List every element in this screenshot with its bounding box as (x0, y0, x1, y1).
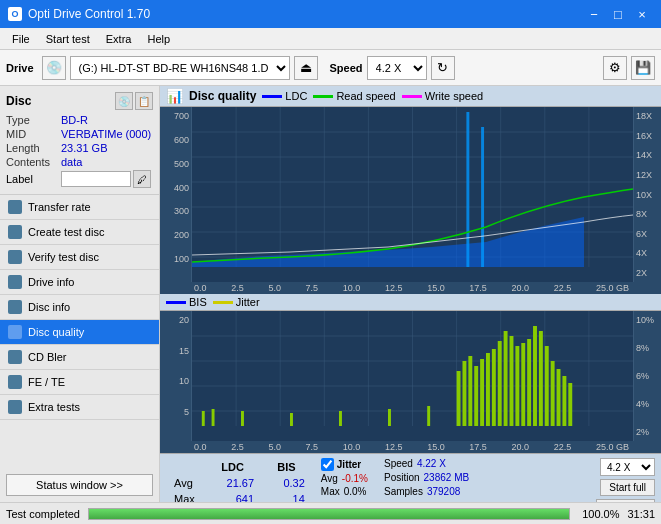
minimize-button[interactable]: − (583, 3, 605, 25)
samples-value: 379208 (427, 486, 460, 497)
position-value: 23862 MB (424, 472, 470, 483)
save-button[interactable]: 💾 (631, 56, 655, 80)
menu-extra[interactable]: Extra (98, 31, 140, 47)
avg-jitter-value: -0.1% (342, 473, 368, 484)
status-time: 31:31 (627, 508, 655, 520)
sidebar-item-fe-te[interactable]: FE / TE (0, 370, 159, 395)
close-button[interactable]: × (631, 3, 653, 25)
drive-select[interactable]: (G:) HL-DT-ST BD-RE WH16NS48 1.D3 (70, 56, 290, 80)
create-test-disc-icon (8, 225, 22, 239)
legend-write-speed: Write speed (402, 90, 484, 102)
drive-info-icon (8, 275, 22, 289)
status-text: Test completed (6, 508, 80, 520)
svg-rect-31 (462, 361, 466, 426)
speed-label: Speed (330, 62, 363, 74)
samples-label: Samples (384, 486, 423, 497)
svg-rect-48 (562, 376, 566, 426)
position-label: Position (384, 472, 420, 483)
svg-rect-34 (480, 359, 484, 426)
svg-rect-46 (551, 361, 555, 426)
length-label: Length (6, 142, 61, 154)
svg-rect-44 (539, 331, 543, 426)
max-jitter-label: Max (321, 486, 340, 497)
start-part-button[interactable]: Start part (596, 499, 655, 502)
maximize-button[interactable]: □ (607, 3, 629, 25)
legend-jitter-color (213, 301, 233, 304)
menu-file[interactable]: File (4, 31, 38, 47)
position-section: Speed 4.22 X Position 23862 MB Samples 3… (384, 458, 469, 497)
y-axis-right-top: 18X 16X 14X 12X 10X 8X 6X 4X 2X (633, 107, 661, 282)
cd-bler-label: CD Bler (28, 351, 67, 363)
legend-write-speed-color (402, 95, 422, 98)
menu-start-test[interactable]: Start test (38, 31, 98, 47)
disc-info-label: Disc info (28, 301, 70, 313)
avg-jitter-label: Avg (321, 473, 338, 484)
svg-rect-40 (515, 346, 519, 426)
disc-quality-icon (8, 325, 22, 339)
speed-select-stats[interactable]: 4.2 X (600, 458, 655, 476)
nav-list: Transfer rateCreate test discVerify test… (0, 195, 159, 420)
svg-rect-52 (241, 411, 244, 426)
settings-button[interactable]: ⚙ (603, 56, 627, 80)
sidebar-item-disc-quality[interactable]: Disc quality (0, 320, 159, 345)
legend-read-speed-color (313, 95, 333, 98)
stats-section: LDC BIS Avg 21.67 0.32 Max 641 14 Total … (160, 453, 661, 502)
svg-rect-41 (521, 343, 525, 426)
drive-icon-button[interactable]: 💿 (42, 56, 66, 80)
sidebar-item-verify-test-disc[interactable]: Verify test disc (0, 245, 159, 270)
disc-icon-1[interactable]: 💿 (115, 92, 133, 110)
statusbar: Test completed 100.0% 31:31 (0, 502, 661, 524)
y-axis-right-bottom: 10% 8% 6% 4% 2% (633, 311, 661, 441)
create-test-disc-label: Create test disc (28, 226, 104, 238)
window-controls: − □ × (583, 3, 653, 25)
mid-value: VERBATIMe (000) (61, 128, 151, 140)
progress-pct: 100.0% (582, 508, 619, 520)
jitter-checkbox[interactable] (321, 458, 334, 471)
eject-button[interactable]: ⏏ (294, 56, 318, 80)
start-full-button[interactable]: Start full (600, 479, 655, 496)
sidebar-item-cd-bler[interactable]: CD Bler (0, 345, 159, 370)
progress-bar-fill (89, 509, 569, 519)
svg-rect-45 (545, 346, 549, 426)
disc-label-label: Label (6, 173, 61, 185)
svg-rect-49 (568, 383, 572, 426)
drive-info-label: Drive info (28, 276, 74, 288)
max-ldc: 641 (205, 492, 260, 502)
cd-bler-icon (8, 350, 22, 364)
svg-rect-47 (557, 369, 561, 426)
menu-help[interactable]: Help (139, 31, 178, 47)
transfer-rate-icon (8, 200, 22, 214)
avg-bis: 0.32 (262, 476, 311, 490)
disc-section-title: Disc (6, 94, 31, 108)
svg-rect-56 (427, 406, 430, 426)
drive-label: Drive (6, 62, 34, 74)
max-label: Max (168, 492, 203, 502)
type-value: BD-R (61, 114, 88, 126)
chart-top-area: 700 600 500 400 300 200 100 (160, 107, 661, 282)
disc-icon-2[interactable]: 📋 (135, 92, 153, 110)
sidebar-item-drive-info[interactable]: Drive info (0, 270, 159, 295)
verify-test-disc-icon (8, 250, 22, 264)
jitter-label: Jitter (337, 459, 361, 470)
avg-label: Avg (168, 476, 203, 490)
sidebar-item-extra-tests[interactable]: Extra tests (0, 395, 159, 420)
sidebar-item-create-test-disc[interactable]: Create test disc (0, 220, 159, 245)
disc-label-button[interactable]: 🖊 (133, 170, 151, 188)
fe-te-icon (8, 375, 22, 389)
svg-rect-36 (492, 349, 496, 426)
svg-rect-33 (474, 366, 478, 426)
status-window-button[interactable]: Status window >> (6, 474, 153, 496)
panel-title: Disc quality (189, 89, 256, 103)
legend-read-speed-label: Read speed (336, 90, 395, 102)
refresh-button[interactable]: ↻ (431, 56, 455, 80)
fe-te-label: FE / TE (28, 376, 65, 388)
disc-label-input[interactable] (61, 171, 131, 187)
sidebar-item-disc-info[interactable]: Disc info (0, 295, 159, 320)
disc-quality-label: Disc quality (28, 326, 84, 338)
svg-rect-55 (388, 409, 391, 426)
jitter-section: Jitter Avg -0.1% Max 0.0% (321, 458, 368, 497)
sidebar-item-transfer-rate[interactable]: Transfer rate (0, 195, 159, 220)
contents-label: Contents (6, 156, 61, 168)
legend-bis-color (166, 301, 186, 304)
speed-select[interactable]: 4.2 X (367, 56, 427, 80)
